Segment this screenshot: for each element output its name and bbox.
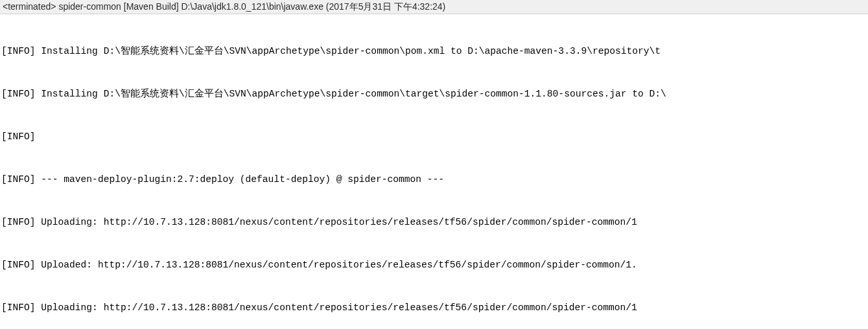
log-line: [INFO] Installing D:\智能系统资料\汇金平台\SVN\app… bbox=[1, 87, 867, 101]
console-output[interactable]: [INFO] Installing D:\智能系统资料\汇金平台\SVN\app… bbox=[0, 14, 868, 329]
log-line: [INFO] Uploaded: http://10.7.13.128:8081… bbox=[1, 258, 867, 272]
log-line: [INFO] Uploading: http://10.7.13.128:808… bbox=[1, 301, 867, 315]
log-line: [INFO] Installing D:\智能系统资料\汇金平台\SVN\app… bbox=[1, 44, 867, 58]
log-line: [INFO] Uploading: http://10.7.13.128:808… bbox=[1, 215, 867, 229]
console-title-bar: <terminated> spider-common [Maven Build]… bbox=[0, 0, 868, 14]
log-line: [INFO] --- maven-deploy-plugin:2.7:deplo… bbox=[1, 172, 867, 187]
log-line: [INFO] bbox=[1, 130, 867, 144]
